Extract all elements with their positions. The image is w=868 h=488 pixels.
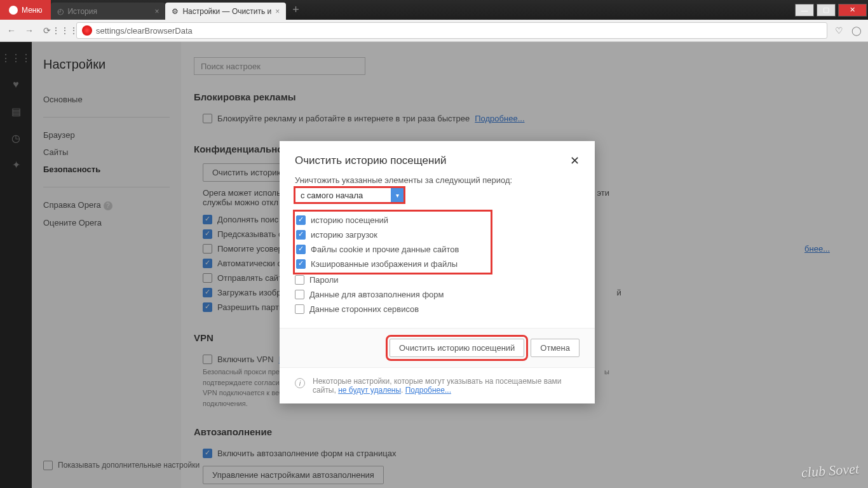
new-tab-button[interactable]: + — [286, 3, 306, 17]
close-icon[interactable]: × — [275, 7, 280, 16]
titlebar: Меню ◴ История × ⚙ Настройки — Очистить … — [0, 0, 868, 20]
checkbox[interactable] — [296, 259, 306, 269]
checkbox[interactable] — [295, 275, 304, 285]
checkbox[interactable] — [296, 245, 306, 254]
cancel-button[interactable]: Отмена — [531, 339, 580, 357]
tab-settings[interactable]: ⚙ Настройки — Очистить и × — [165, 3, 286, 20]
opera-icon — [82, 25, 92, 36]
close-icon[interactable]: ✕ — [570, 154, 580, 168]
checkbox[interactable] — [296, 230, 306, 240]
clock-icon: ◴ — [57, 7, 64, 16]
info-icon: i — [295, 378, 305, 388]
heart-icon[interactable]: ♡ — [832, 24, 845, 37]
period-select-highlight: с самого начала ▾ — [295, 187, 404, 203]
speed-dial-icon[interactable]: ⋮⋮⋮ — [58, 24, 71, 37]
checkbox[interactable] — [295, 304, 304, 314]
menu-button[interactable]: Меню — [0, 0, 51, 20]
modal-title: Очистить историю посещений — [295, 154, 446, 167]
maximize-button[interactable]: ▢ — [817, 4, 836, 17]
not-deleted-link[interactable]: не будут удалены — [338, 386, 401, 395]
adblock-icon[interactable]: ◯ — [850, 24, 863, 37]
period-label: Уничтожить указанные элементы за следующ… — [295, 175, 580, 185]
forward-button[interactable]: → — [23, 24, 36, 37]
window-controls: — ▢ ✕ — [794, 4, 868, 17]
close-icon[interactable]: × — [154, 7, 159, 16]
learn-more-link[interactable]: Подробнее... — [405, 386, 451, 395]
gear-icon: ⚙ — [172, 7, 179, 16]
clear-data-modal: Очистить историю посещений ✕ Уничтожить … — [280, 141, 595, 403]
navbar: ← → ⟳ ⋮⋮⋮ settings/clearBrowserData ♡ ◯ — [0, 20, 868, 42]
back-button[interactable]: ← — [5, 24, 18, 37]
checkbox[interactable] — [295, 290, 304, 299]
clear-button[interactable]: Очистить историю посещений — [390, 339, 524, 357]
minimize-button[interactable]: — — [795, 4, 814, 17]
address-bar[interactable]: settings/clearBrowserData — [76, 22, 827, 39]
window-close-button[interactable]: ✕ — [838, 4, 867, 17]
tab-history[interactable]: ◴ История × — [51, 3, 165, 20]
period-select[interactable]: с самого начала — [295, 187, 404, 203]
checkbox[interactable] — [296, 215, 306, 225]
